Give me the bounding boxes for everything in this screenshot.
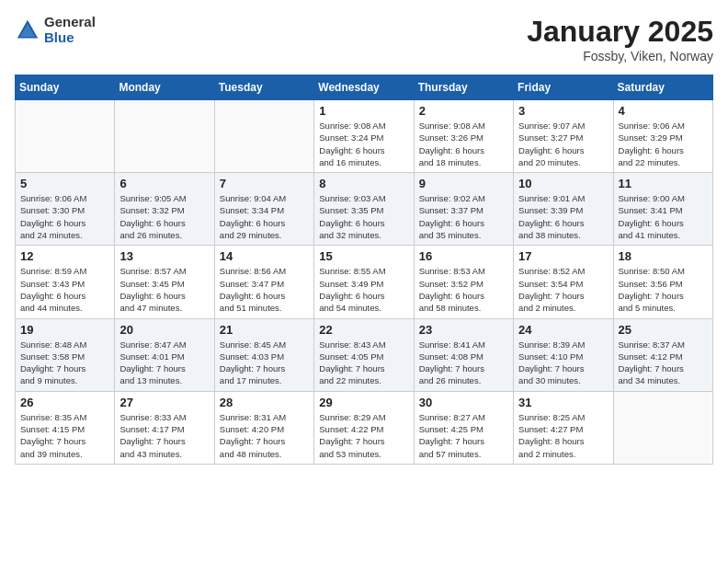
logo: General Blue: [15, 15, 96, 45]
day-info: Sunrise: 8:43 AMSunset: 4:05 PMDaylight:…: [319, 339, 408, 387]
calendar-cell: 5Sunrise: 9:06 AMSunset: 3:30 PMDaylight…: [16, 173, 115, 246]
calendar-cell: 7Sunrise: 9:04 AMSunset: 3:34 PMDaylight…: [214, 173, 313, 246]
day-info: Sunrise: 8:27 AMSunset: 4:25 PMDaylight:…: [419, 411, 508, 460]
calendar-cell: 8Sunrise: 9:03 AMSunset: 3:35 PMDaylight…: [314, 173, 414, 246]
calendar-cell: 25Sunrise: 8:37 AMSunset: 4:12 PMDayligh…: [613, 318, 712, 391]
calendar-cell: 16Sunrise: 8:53 AMSunset: 3:52 PMDayligh…: [414, 246, 513, 318]
day-info: Sunrise: 8:56 AMSunset: 3:47 PMDaylight:…: [220, 265, 309, 314]
calendar-cell: 24Sunrise: 8:39 AMSunset: 4:10 PMDayligh…: [514, 318, 613, 391]
calendar-cell: [214, 100, 313, 173]
day-info: Sunrise: 8:48 AMSunset: 3:58 PMDaylight:…: [20, 339, 109, 387]
day-number: 2: [419, 104, 508, 118]
day-number: 6: [119, 177, 209, 190]
day-info: Sunrise: 9:08 AMSunset: 3:24 PMDaylight:…: [319, 120, 408, 168]
day-info: Sunrise: 9:08 AMSunset: 3:26 PMDaylight:…: [419, 120, 508, 168]
calendar-cell: 4Sunrise: 9:06 AMSunset: 3:29 PMDaylight…: [613, 100, 712, 173]
calendar-cell: 10Sunrise: 9:01 AMSunset: 3:39 PMDayligh…: [514, 173, 613, 246]
day-info: Sunrise: 9:01 AMSunset: 3:39 PMDaylight:…: [518, 192, 608, 241]
calendar-cell: 21Sunrise: 8:45 AMSunset: 4:03 PMDayligh…: [214, 318, 313, 391]
day-number: 18: [619, 249, 708, 263]
calendar-cell: 9Sunrise: 9:02 AMSunset: 3:37 PMDaylight…: [414, 173, 513, 246]
day-info: Sunrise: 8:52 AMSunset: 3:54 PMDaylight:…: [518, 265, 608, 314]
day-number: 13: [119, 249, 209, 263]
day-info: Sunrise: 8:33 AMSunset: 4:17 PMDaylight:…: [119, 411, 209, 460]
day-info: Sunrise: 8:37 AMSunset: 4:12 PMDaylight:…: [619, 339, 708, 387]
calendar-cell: 19Sunrise: 8:48 AMSunset: 3:58 PMDayligh…: [16, 318, 115, 391]
day-number: 16: [419, 249, 508, 263]
calendar-cell: 2Sunrise: 9:08 AMSunset: 3:26 PMDaylight…: [414, 100, 513, 173]
page-header: General Blue January 2025 Fossby, Viken,…: [15, 15, 713, 63]
calendar-week-row: 1Sunrise: 9:08 AMSunset: 3:24 PMDaylight…: [16, 100, 713, 173]
day-info: Sunrise: 8:53 AMSunset: 3:52 PMDaylight:…: [419, 265, 508, 314]
day-number: 22: [319, 323, 408, 337]
day-number: 31: [518, 396, 608, 409]
logo-icon: [15, 17, 40, 43]
weekday-header-sunday: Sunday: [16, 75, 115, 100]
day-number: 27: [119, 396, 209, 409]
day-info: Sunrise: 8:45 AMSunset: 4:03 PMDaylight:…: [220, 339, 309, 387]
day-info: Sunrise: 9:02 AMSunset: 3:37 PMDaylight:…: [419, 192, 508, 241]
day-info: Sunrise: 9:03 AMSunset: 3:35 PMDaylight:…: [319, 192, 408, 241]
calendar-cell: 11Sunrise: 9:00 AMSunset: 3:41 PMDayligh…: [613, 173, 712, 246]
weekday-header-tuesday: Tuesday: [214, 75, 313, 100]
calendar-cell: 20Sunrise: 8:47 AMSunset: 4:01 PMDayligh…: [115, 318, 214, 391]
day-info: Sunrise: 8:29 AMSunset: 4:22 PMDaylight:…: [319, 411, 408, 460]
calendar-week-row: 12Sunrise: 8:59 AMSunset: 3:43 PMDayligh…: [16, 246, 713, 318]
day-info: Sunrise: 8:35 AMSunset: 4:15 PMDaylight:…: [20, 411, 109, 460]
day-info: Sunrise: 8:57 AMSunset: 3:45 PMDaylight:…: [119, 265, 209, 314]
calendar-cell: 18Sunrise: 8:50 AMSunset: 3:56 PMDayligh…: [613, 246, 712, 318]
day-number: 25: [619, 323, 708, 337]
day-info: Sunrise: 9:05 AMSunset: 3:32 PMDaylight:…: [119, 192, 209, 241]
calendar-cell: 26Sunrise: 8:35 AMSunset: 4:15 PMDayligh…: [16, 391, 115, 464]
calendar-cell: 22Sunrise: 8:43 AMSunset: 4:05 PMDayligh…: [314, 318, 414, 391]
calendar-cell: 17Sunrise: 8:52 AMSunset: 3:54 PMDayligh…: [514, 246, 613, 318]
day-info: Sunrise: 9:06 AMSunset: 3:29 PMDaylight:…: [619, 120, 708, 168]
weekday-header-wednesday: Wednesday: [314, 75, 414, 100]
logo-general-text: General: [44, 15, 96, 30]
weekday-header-saturday: Saturday: [613, 75, 712, 100]
day-info: Sunrise: 8:50 AMSunset: 3:56 PMDaylight:…: [619, 265, 708, 314]
calendar-week-row: 19Sunrise: 8:48 AMSunset: 3:58 PMDayligh…: [16, 318, 713, 391]
calendar-cell: 23Sunrise: 8:41 AMSunset: 4:08 PMDayligh…: [414, 318, 513, 391]
day-info: Sunrise: 8:31 AMSunset: 4:20 PMDaylight:…: [220, 411, 309, 460]
day-number: 5: [20, 177, 109, 190]
calendar-week-row: 26Sunrise: 8:35 AMSunset: 4:15 PMDayligh…: [16, 391, 713, 464]
calendar-cell: 31Sunrise: 8:25 AMSunset: 4:27 PMDayligh…: [514, 391, 613, 464]
calendar-table: SundayMondayTuesdayWednesdayThursdayFrid…: [15, 75, 713, 465]
calendar-cell: 1Sunrise: 9:08 AMSunset: 3:24 PMDaylight…: [314, 100, 414, 173]
calendar-cell: 29Sunrise: 8:29 AMSunset: 4:22 PMDayligh…: [314, 391, 414, 464]
day-info: Sunrise: 9:06 AMSunset: 3:30 PMDaylight:…: [20, 192, 109, 241]
day-number: 15: [319, 249, 408, 263]
day-number: 11: [619, 177, 708, 190]
day-number: 21: [220, 323, 309, 337]
calendar-cell: 27Sunrise: 8:33 AMSunset: 4:17 PMDayligh…: [115, 391, 214, 464]
day-number: 29: [319, 396, 408, 409]
calendar-cell: [613, 391, 712, 464]
day-info: Sunrise: 8:39 AMSunset: 4:10 PMDaylight:…: [518, 339, 608, 387]
calendar-cell: 30Sunrise: 8:27 AMSunset: 4:25 PMDayligh…: [414, 391, 513, 464]
day-number: 12: [20, 249, 109, 263]
day-number: 14: [220, 249, 309, 263]
weekday-header-friday: Friday: [514, 75, 613, 100]
day-number: 7: [220, 177, 309, 190]
day-number: 23: [419, 323, 508, 337]
month-title: January 2025: [527, 15, 713, 49]
calendar-cell: 6Sunrise: 9:05 AMSunset: 3:32 PMDaylight…: [115, 173, 214, 246]
day-info: Sunrise: 8:25 AMSunset: 4:27 PMDaylight:…: [518, 411, 608, 460]
day-info: Sunrise: 8:47 AMSunset: 4:01 PMDaylight:…: [119, 339, 209, 387]
weekday-header-thursday: Thursday: [414, 75, 513, 100]
weekday-header-row: SundayMondayTuesdayWednesdayThursdayFrid…: [16, 75, 713, 100]
day-number: 3: [518, 104, 608, 118]
day-info: Sunrise: 9:00 AMSunset: 3:41 PMDaylight:…: [619, 192, 708, 241]
day-number: 17: [518, 249, 608, 263]
calendar-cell: 15Sunrise: 8:55 AMSunset: 3:49 PMDayligh…: [314, 246, 414, 318]
calendar-cell: 13Sunrise: 8:57 AMSunset: 3:45 PMDayligh…: [115, 246, 214, 318]
day-number: 9: [419, 177, 508, 190]
day-info: Sunrise: 8:55 AMSunset: 3:49 PMDaylight:…: [319, 265, 408, 314]
day-number: 8: [319, 177, 408, 190]
day-number: 19: [20, 323, 109, 337]
calendar-cell: 12Sunrise: 8:59 AMSunset: 3:43 PMDayligh…: [16, 246, 115, 318]
calendar-cell: [16, 100, 115, 173]
calendar-cell: [115, 100, 214, 173]
day-number: 24: [518, 323, 608, 337]
